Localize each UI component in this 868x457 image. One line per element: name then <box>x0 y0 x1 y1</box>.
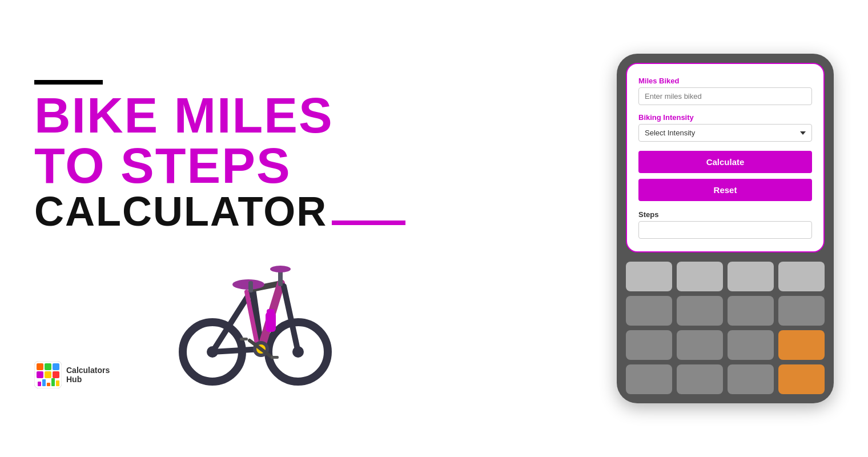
svg-rect-30 <box>271 356 279 359</box>
bike-illustration <box>172 238 332 388</box>
svg-rect-32 <box>240 338 248 340</box>
logo-icon <box>34 361 62 388</box>
miles-biked-input[interactable] <box>638 87 812 105</box>
key-5[interactable] <box>626 296 672 326</box>
key-7[interactable] <box>728 296 774 326</box>
calculate-button[interactable]: Calculate <box>638 151 812 173</box>
svg-rect-11 <box>56 380 59 386</box>
key-3[interactable] <box>728 262 774 291</box>
keypad <box>626 262 825 394</box>
key-12[interactable] <box>626 364 672 394</box>
svg-rect-4 <box>37 371 43 378</box>
svg-rect-34 <box>267 309 275 316</box>
svg-rect-1 <box>37 363 43 370</box>
steps-result-input <box>638 221 812 239</box>
reset-button[interactable]: Reset <box>638 179 812 201</box>
key-6[interactable] <box>677 296 723 326</box>
title-bike: BIKE MILES <box>34 87 333 143</box>
key-14[interactable] <box>728 364 774 394</box>
key-10[interactable] <box>677 330 723 360</box>
key-1[interactable] <box>626 262 672 291</box>
biking-intensity-label: Biking Intensity <box>638 113 812 122</box>
svg-rect-6 <box>53 371 59 378</box>
underscore-bar <box>332 221 405 225</box>
title-to-steps-text: TO STEPS <box>34 137 291 194</box>
svg-rect-24 <box>248 281 253 292</box>
steps-result-label: Steps <box>638 210 812 219</box>
calculator-screen: Miles Biked Biking Intensity Select Inte… <box>626 63 825 252</box>
svg-point-26 <box>270 266 291 272</box>
key-8[interactable] <box>778 296 825 326</box>
key-orange-1[interactable] <box>778 330 825 360</box>
left-section: BIKE MILES TO STEPS CALCULATOR <box>34 69 405 388</box>
calculator-device: Miles Biked Biking Intensity Select Inte… <box>617 54 834 403</box>
svg-rect-7 <box>38 382 41 386</box>
svg-rect-3 <box>53 363 59 370</box>
key-orange-2[interactable] <box>778 364 825 394</box>
logo-area: Calculators Hub <box>34 361 110 388</box>
key-2[interactable] <box>677 262 723 291</box>
top-decorative-bar <box>34 80 103 85</box>
key-4[interactable] <box>778 262 825 291</box>
key-13[interactable] <box>677 364 723 394</box>
title-bike-miles: BIKE MILES <box>34 90 405 141</box>
intensity-select[interactable]: Select Intensity Low (slow pace) Moderat… <box>638 124 812 142</box>
svg-rect-5 <box>45 371 51 378</box>
svg-rect-8 <box>42 379 46 386</box>
title-to-steps: TO STEPS <box>34 141 405 191</box>
title-calculator: CALCULATOR <box>34 191 405 232</box>
logo-text: Calculators Hub <box>66 366 110 384</box>
miles-biked-label: Miles Biked <box>638 77 812 85</box>
svg-rect-2 <box>45 363 51 370</box>
key-9[interactable] <box>626 330 672 360</box>
key-11[interactable] <box>728 330 774 360</box>
svg-rect-9 <box>47 383 50 386</box>
right-section: Miles Biked Biking Intensity Select Inte… <box>617 54 834 403</box>
svg-rect-10 <box>51 378 55 386</box>
